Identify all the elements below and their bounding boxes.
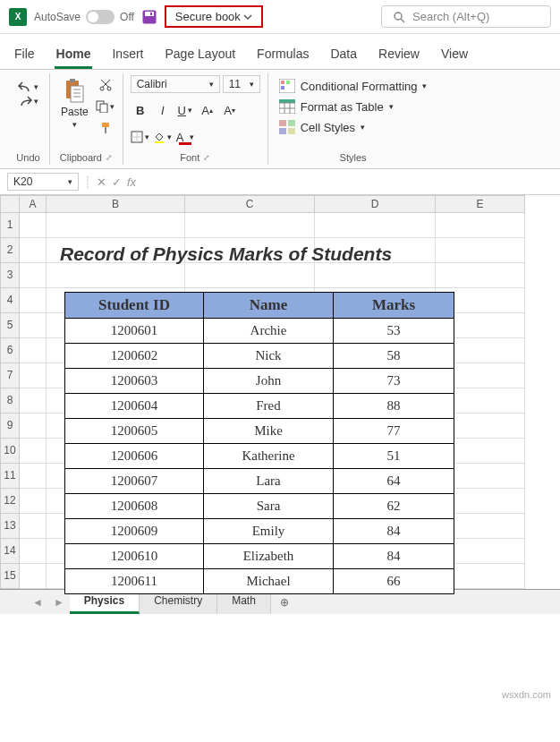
cancel-formula-icon[interactable]: ✕ (97, 175, 106, 189)
italic-button[interactable]: I (153, 100, 173, 120)
table-cell[interactable]: Emily (204, 519, 334, 544)
cell[interactable] (436, 213, 525, 238)
row-header[interactable]: 12 (0, 489, 20, 514)
row-header[interactable]: 7 (0, 363, 20, 388)
increase-font-button[interactable]: A▴ (198, 100, 217, 120)
cell[interactable] (20, 238, 47, 263)
table-cell[interactable]: Elizabeth (204, 544, 334, 569)
font-color-button[interactable]: A▾ (175, 127, 195, 147)
cell[interactable] (47, 213, 185, 238)
row-header[interactable]: 13 (0, 514, 20, 539)
row-header[interactable]: 14 (0, 539, 20, 564)
cell[interactable] (20, 363, 47, 388)
add-sheet-button[interactable]: ⊕ (271, 593, 298, 612)
toggle-icon[interactable] (86, 10, 115, 24)
table-cell[interactable]: 1200611 (65, 569, 204, 594)
table-cell[interactable]: 51 (334, 444, 454, 469)
row-header[interactable]: 3 (0, 263, 20, 288)
cell[interactable] (436, 238, 525, 263)
redo-button[interactable]: ▾ (18, 95, 38, 107)
undo-button[interactable]: ▾ (18, 81, 38, 93)
column-header[interactable]: C (185, 195, 315, 213)
cell[interactable] (20, 464, 47, 489)
tab-view[interactable]: View (439, 41, 470, 69)
table-cell[interactable]: 1200602 (65, 344, 204, 369)
table-cell[interactable]: 1200607 (65, 469, 204, 494)
tab-formulas[interactable]: Formulas (255, 41, 310, 69)
table-header[interactable]: Student ID (65, 293, 204, 319)
tab-page-layout[interactable]: Page Layout (163, 41, 237, 69)
cell[interactable] (436, 263, 525, 288)
cell[interactable] (315, 213, 436, 238)
row-header[interactable]: 5 (0, 313, 20, 338)
table-header[interactable]: Marks (334, 293, 454, 319)
tab-nav-next[interactable]: ► (48, 593, 70, 612)
decrease-font-button[interactable]: A▾ (220, 100, 240, 120)
tab-nav-prev[interactable]: ◄ (27, 593, 48, 612)
table-cell[interactable]: 66 (334, 569, 454, 594)
row-header[interactable]: 11 (0, 464, 20, 489)
table-cell[interactable]: 1200608 (65, 494, 204, 519)
column-header[interactable]: E (436, 195, 525, 213)
search-input[interactable]: Search (Alt+Q) (381, 5, 551, 28)
enter-formula-icon[interactable]: ✓ (112, 175, 122, 189)
row-header[interactable]: 15 (0, 564, 20, 589)
table-cell[interactable]: 64 (334, 469, 454, 494)
table-cell[interactable]: 62 (334, 494, 454, 519)
cell[interactable] (20, 564, 47, 589)
tab-home[interactable]: Home (55, 41, 93, 69)
paste-button[interactable]: Paste ▾ (57, 75, 92, 131)
cell[interactable] (20, 414, 47, 439)
select-all-corner[interactable] (0, 195, 20, 213)
table-header[interactable]: Name (204, 293, 334, 319)
tab-review[interactable]: Review (377, 41, 421, 69)
cell[interactable] (20, 514, 47, 539)
cell[interactable] (20, 388, 47, 414)
row-header[interactable]: 2 (0, 238, 20, 263)
table-cell[interactable]: 84 (334, 544, 454, 569)
row-header[interactable]: 4 (0, 288, 20, 313)
table-cell[interactable]: Nick (204, 344, 334, 369)
table-cell[interactable]: 73 (334, 369, 454, 394)
table-cell[interactable]: 1200610 (65, 544, 204, 569)
table-cell[interactable]: Archie (204, 319, 334, 344)
table-cell[interactable]: 1200601 (65, 319, 204, 344)
row-header[interactable]: 9 (0, 414, 20, 439)
table-cell[interactable]: Sara (204, 494, 334, 519)
cell[interactable] (185, 213, 315, 238)
table-cell[interactable]: Mike (204, 419, 334, 444)
format-painter-button[interactable] (96, 118, 115, 138)
table-cell[interactable]: 1200605 (65, 419, 204, 444)
cell[interactable] (20, 439, 47, 464)
borders-button[interactable]: ▾ (131, 127, 150, 147)
cell[interactable] (20, 539, 47, 564)
row-header[interactable]: 1 (0, 213, 20, 238)
table-cell[interactable]: Fred (204, 394, 334, 419)
name-box[interactable]: K20▾ (7, 173, 79, 191)
underline-button[interactable]: U▾ (175, 100, 195, 120)
cut-button[interactable] (96, 75, 115, 95)
cell[interactable] (20, 213, 47, 238)
cell[interactable] (20, 288, 47, 313)
copy-button[interactable]: ▾ (96, 97, 115, 116)
table-cell[interactable]: 77 (334, 419, 454, 444)
autosave-toggle[interactable]: AutoSave Off (34, 10, 134, 24)
conditional-formatting-button[interactable]: Conditional Formatting▾ (277, 77, 429, 95)
column-header[interactable]: D (315, 195, 436, 213)
table-cell[interactable]: Michael (204, 569, 334, 594)
cell[interactable] (185, 263, 315, 288)
font-size-dropdown[interactable]: 11▾ (223, 75, 260, 93)
bold-button[interactable]: B (131, 100, 150, 120)
font-name-dropdown[interactable]: Calibri▾ (131, 75, 220, 93)
cell[interactable] (47, 263, 185, 288)
tab-insert[interactable]: Insert (110, 41, 145, 69)
column-header[interactable]: A (20, 195, 47, 213)
clipboard-launcher[interactable]: ⤢ (106, 153, 113, 162)
font-launcher[interactable]: ⤢ (203, 153, 210, 162)
table-cell[interactable]: 88 (334, 394, 454, 419)
cell[interactable] (20, 338, 47, 363)
cell[interactable] (20, 263, 47, 288)
column-header[interactable]: B (47, 195, 185, 213)
table-cell[interactable]: 53 (334, 319, 454, 344)
cell-styles-button[interactable]: Cell Styles▾ (277, 118, 367, 136)
